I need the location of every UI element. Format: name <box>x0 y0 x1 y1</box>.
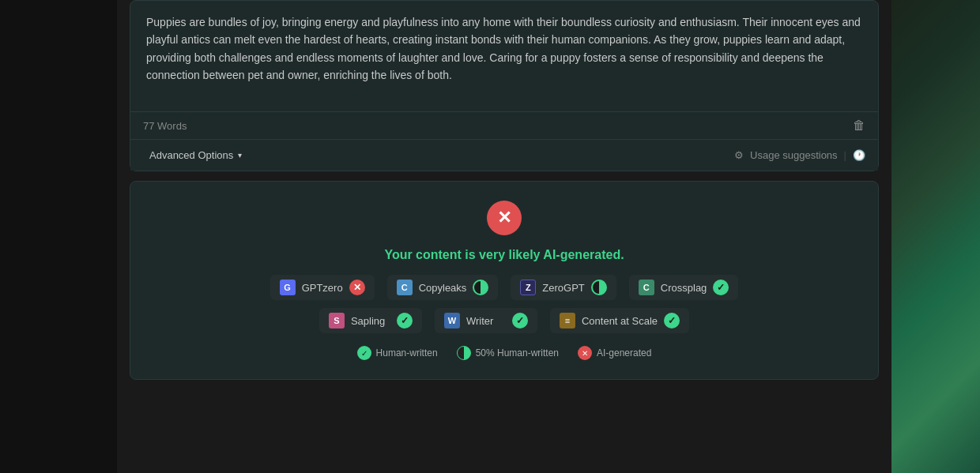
advanced-options-bar: Advanced Options ▾ ⚙ Usage suggestions |… <box>130 139 878 171</box>
content-at-scale-name: Content at Scale <box>582 315 658 327</box>
result-title: Your content is very likely AI-generated… <box>384 248 624 262</box>
usage-suggestions[interactable]: ⚙ Usage suggestions | 🕐 <box>734 149 865 161</box>
detector-content-at-scale: ≡ Content at Scale ✓ <box>550 308 689 333</box>
content-at-scale-status: ✓ <box>664 313 680 328</box>
results-panel: ✕ Your content is very likely AI-generat… <box>130 181 879 380</box>
sapling-logo: S <box>329 313 345 328</box>
gptzero-status: ✕ <box>349 280 365 295</box>
detector-copyleaks: C Copyleaks <box>387 275 499 300</box>
legend-human-icon: ✓ <box>357 346 371 360</box>
ai-detected-icon: ✕ <box>487 201 522 235</box>
copyleaks-name: Copyleaks <box>419 282 467 294</box>
detector-crossplag: C Crossplag ✓ <box>629 275 739 300</box>
advanced-options-label: Advanced Options <box>149 149 233 161</box>
writer-logo: W <box>444 313 460 328</box>
text-body: Puppies are bundles of joy, bringing ene… <box>146 16 861 81</box>
copyleaks-status <box>473 280 488 295</box>
legend-human-label: Human-written <box>376 347 438 359</box>
gptzero-name: GPTzero <box>302 282 343 294</box>
legend-ai: ✕ AI-generated <box>578 346 651 360</box>
writer-status: ✓ <box>512 313 528 328</box>
history-icon[interactable]: 🕐 <box>853 149 865 161</box>
settings-icon: ⚙ <box>734 149 744 161</box>
legend-human: ✓ Human-written <box>357 346 438 360</box>
divider: | <box>844 149 846 161</box>
delete-icon[interactable]: 🗑 <box>853 118 865 133</box>
crossplag-name: Crossplag <box>661 282 707 294</box>
zerogpt-name: ZeroGPT <box>542 282 584 294</box>
usage-suggestions-label: Usage suggestions <box>750 149 838 161</box>
legend-half: 50% Human-written <box>457 346 559 360</box>
right-gradient-decoration <box>891 0 980 473</box>
legend: ✓ Human-written 50% Human-written ✕ AI-g… <box>357 346 652 360</box>
detector-writer: W Writer ✓ <box>435 308 537 333</box>
detectors-row-2: S Sapling ✓ W Writer ✓ ≡ Content at Scal… <box>319 308 689 333</box>
detector-sapling: S Sapling ✓ <box>319 308 422 333</box>
gptzero-logo: G <box>280 280 296 295</box>
content-at-scale-logo: ≡ <box>560 313 575 328</box>
chevron-down-icon: ▾ <box>238 151 242 160</box>
copyleaks-logo: C <box>397 280 413 295</box>
text-content: Puppies are bundles of joy, bringing ene… <box>130 1 878 111</box>
legend-half-icon <box>457 346 471 360</box>
detectors-grid: G GPTzero ✕ C Copyleaks Z ZeroGPT C Cros… <box>146 275 862 333</box>
main-content: Puppies are bundles of joy, bringing ene… <box>117 0 891 473</box>
detector-gptzero: G GPTzero ✕ <box>270 275 375 300</box>
zerogpt-logo: Z <box>520 280 536 295</box>
legend-ai-icon: ✕ <box>578 346 592 360</box>
zerogpt-status <box>591 280 607 295</box>
left-sidebar <box>0 0 117 473</box>
crossplag-logo: C <box>639 280 654 295</box>
right-sidebar <box>891 0 980 473</box>
legend-ai-label: AI-generated <box>597 347 651 359</box>
advanced-options-button[interactable]: Advanced Options ▾ <box>143 146 248 164</box>
word-count-bar: 77 Words 🗑 <box>130 111 878 139</box>
sapling-name: Sapling <box>351 315 385 327</box>
word-count: 77 Words <box>143 120 187 132</box>
detector-zerogpt: Z ZeroGPT <box>511 275 616 300</box>
detectors-row-1: G GPTzero ✕ C Copyleaks Z ZeroGPT C Cros… <box>270 275 739 300</box>
legend-half-label: 50% Human-written <box>476 347 559 359</box>
writer-name: Writer <box>466 315 493 327</box>
crossplag-status: ✓ <box>713 280 729 295</box>
sapling-status: ✓ <box>397 313 413 328</box>
text-area-container: Puppies are bundles of joy, bringing ene… <box>130 0 879 171</box>
